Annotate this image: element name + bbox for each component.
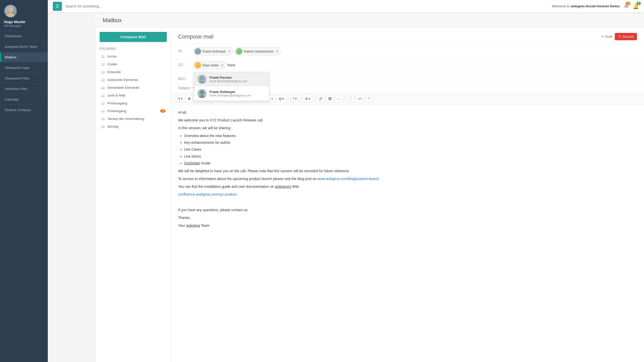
sidebar-username: Hugo Muster [4,20,26,24]
recipient-patrick-heinzelmann: Patrick Heinzelmann ✕ [234,47,281,56]
sidebar-item-dashboard[interactable]: Dashboard › [0,31,48,41]
folder-archiv[interactable]: 🗂 Archiv [100,53,167,60]
folder-name: Junk-E-Mail [107,94,125,97]
toolbar-align-btn[interactable]: ▤ ▾ [276,95,287,102]
folder-clutter[interactable]: 🗂 Clutter [100,60,167,68]
recipient-name: Frank Hofmeyer [203,50,226,53]
blog-link[interactable]: www.antegma.com/blog/product-launch [317,177,379,181]
draft-button[interactable]: ✏ Draft [601,35,612,38]
sidebar-item-mailbox[interactable]: Mailbox ⌄ [0,53,48,62]
avatar [4,5,17,18]
toolbar-bold-btn[interactable]: B [186,95,193,102]
toolbar-fullscreen-btn[interactable]: ⛶ [346,95,354,102]
folder-entwurfe[interactable]: 🗂 Entwürfe [100,68,167,76]
recipient-frank-hofmeyer: Frank Hofmeyer ✕ [193,47,233,56]
link-icon: 🔗 [319,97,323,101]
autocomplete-item-frank-fischer[interactable]: Frank Fischer frank.fischer@antegma.com [194,72,269,86]
text-format-icon: T [293,97,295,101]
sidebar-item-sharepoint-files[interactable]: Sharepoint Files [0,74,48,83]
to-field-value: Frank Hofmeyer ✕ Patrick Heinzelmann ✕ [193,47,637,56]
compose-mail-button[interactable]: Compose Mail [100,32,167,42]
content-area: Compose Mail FOLDERS 🗂 Archiv 🗂 Clutter … [96,27,644,362]
compose-panel: Compose mail ✏ Draft ✕ Discard To: [171,27,644,362]
folder-postausgang[interactable]: 🗂 Postausgang [100,99,167,107]
svg-point-7 [237,52,241,55]
autocomplete-name: Frank Fischer [210,76,247,79]
folder-geloschte[interactable]: 🗂 Gelöschte Elemente [100,76,167,84]
folder-icon: 🗂 [101,109,105,113]
autocomplete-dropdown: Frank Fischer frank.fischer@antegma.com … [194,72,269,101]
image-icon: 🖼 [328,97,332,101]
ordered-list-icon: ≡ [271,97,273,101]
folder-name: Postausgang [107,101,127,105]
sidebar-item-onedrive-files[interactable]: OneDrive Files [0,84,48,94]
toolbar-table-btn[interactable]: ⊞ ▾ [303,95,313,102]
toolbar-help-btn[interactable]: ? [366,95,372,102]
svg-point-4 [196,49,199,52]
sidebar-item-label: Outlook Contacts [5,108,31,112]
sidebar-item-label: Sharepoint Apps [5,66,30,70]
toolbar-separator [288,96,289,101]
folder-icon: 🗂 [101,93,105,98]
discard-button[interactable]: ✕ Discard [615,33,637,40]
folder-wichtig[interactable]: 🗂 Wichtig [100,123,167,130]
draft-label: Draft [605,35,612,38]
cc-label: CC: [178,61,193,67]
chevron-right-icon: › [43,98,44,101]
folder-gesendete[interactable]: 🗂 Gesendete Elemente [100,84,167,92]
toolbar-separator [314,96,315,101]
page-title: Mailbox [103,17,637,24]
folder-posteingang[interactable]: 🗂 Posteingang 4 [100,107,167,115]
toolbar-text-format-btn[interactable]: T ▾ [290,95,299,102]
remove-recipient-button[interactable]: ✕ [228,50,231,53]
recipient-name: Patrick Heinzelmann [244,50,274,53]
folder-icon: 🗂 [101,78,105,82]
cc-input[interactable] [227,63,271,67]
toolbar-separator [344,96,345,101]
folder-name: Gesendete Elemente [107,86,139,89]
sidebar-user: Hugo Muster HR Manager [0,0,48,31]
toolbar-ol-btn[interactable]: ≡ [269,95,275,102]
avatar [236,48,242,55]
recipient-elias-seiler: Elias Seiler ✕ [193,61,226,69]
bcc-label: BCC: [178,75,193,81]
to-field-row: To: Frank Hofmeyer ✕ Patrick Heinzelmann [171,44,644,58]
folder-icon: 🗂 [101,70,105,74]
toolbar-link-btn[interactable]: 🔗 [316,95,325,102]
fullscreen-icon: ⛶ [349,97,352,101]
email-thanks: Thanks, [178,215,637,221]
sidebar-item-calendar[interactable]: Calendar › [0,95,48,104]
sidebar-item-sharepoint-apps[interactable]: Sharepoint Apps › [0,63,48,72]
sidebar-item-outlook-contacts[interactable]: Outlook Contacts [0,105,48,115]
cc-field-value: Elias Seiler ✕ [193,61,637,69]
remove-recipient-button[interactable]: ✕ [276,50,278,53]
autocomplete-item-frank-hofmeyer[interactable]: Frank Hofmeyer frank.hofmeyer@antegma.co… [194,86,269,101]
remove-recipient-button[interactable]: ✕ [221,63,224,67]
sidebar-item-antegma-team[interactable]: antegma Demo Team › [0,42,48,51]
toolbar-code-btn[interactable]: </> [355,95,365,102]
email-blog-link: To access to information about the upcom… [178,176,637,182]
editor-body[interactable]: Hi all, We welcome you to XYZ Product La… [171,105,644,362]
folder-icon: 🗂 [101,101,105,105]
email-wiki-note: You can find the installation guide and … [178,184,637,190]
toolbar-separator [301,96,301,101]
confluence-link[interactable]: confluence.antegma.com/xyz-product [178,192,237,196]
toolbar-image-btn[interactable]: 🖼 [326,95,334,102]
toolbar-hr-btn[interactable]: — [335,95,343,102]
list-item: Quickstart Guide [184,160,637,166]
email-spacer [178,199,637,205]
avatar [197,75,207,84]
list-item: Key enhancements for author [184,140,637,146]
folder-name: Gelöschte Elemente [107,78,138,82]
sidebar-item-label: Calendar [5,98,19,101]
toolbar-paragraph-btn[interactable]: ¶ ▾ [176,95,185,102]
folder-icon: 🗂 [101,85,105,90]
avatar [194,62,201,68]
folder-badge: 4 [160,109,165,113]
folder-icon: 🗂 [101,62,105,66]
email-signature: Your antegma Team [178,223,637,229]
folder-junk[interactable]: 🗂 Junk-E-Mail [100,92,167,99]
bold-icon: B [188,97,190,101]
folder-verlauf[interactable]: 🗂 Verlauf der Unterhaltung [100,115,167,123]
list-item: Use Cases [184,147,637,152]
